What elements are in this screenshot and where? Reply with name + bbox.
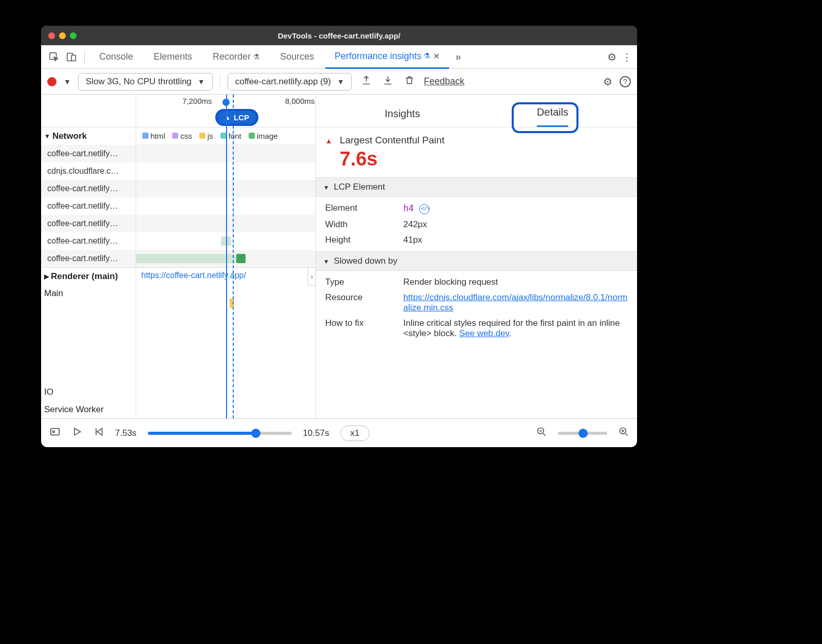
- renderer-io-row[interactable]: IO: [41, 383, 136, 401]
- resource-link[interactable]: https://cdnjs.cloudflare.com/ajax/libs/n…: [403, 292, 628, 312]
- height-value: 41px: [403, 235, 628, 245]
- timeline-column[interactable]: 7,200ms 8,000ms ▲ LCP html css js font i…: [136, 95, 316, 418]
- tracks-label-column: ▼ Network coffee-cart.netlify… cdnjs.clo…: [41, 95, 136, 418]
- tab-performance-insights[interactable]: Performance insights ⚗ ✕: [325, 45, 449, 69]
- lcp-title: Largest Contentful Paint: [340, 135, 444, 145]
- chevron-down-icon: ▼: [44, 133, 50, 140]
- inspect-element-icon[interactable]: [46, 49, 62, 65]
- throttling-select[interactable]: Slow 3G, No CPU throttling▼: [78, 73, 213, 90]
- element-value[interactable]: h4: [403, 203, 628, 214]
- network-row[interactable]: cdnjs.cloudflare.c…: [41, 162, 136, 180]
- type-value: Render blocking request: [403, 277, 628, 287]
- delete-icon[interactable]: [402, 75, 417, 88]
- lcp-dashed-line: [233, 95, 234, 418]
- lcp-time-marker-line: [226, 95, 227, 418]
- slowed-down-table: Type Render blocking request Resource ht…: [316, 271, 637, 345]
- type-label: Type: [325, 277, 397, 287]
- insights-details-tabs: Insights Details: [316, 95, 637, 127]
- help-icon[interactable]: ?: [620, 76, 631, 87]
- more-tabs-icon[interactable]: »: [455, 51, 461, 63]
- tab-recorder[interactable]: Recorder⚗: [203, 45, 269, 69]
- height-label: Height: [325, 235, 397, 245]
- lcp-summary: ▲ Largest Contentful Paint 7.6s: [316, 127, 637, 177]
- panel-settings-icon[interactable]: ⚙: [603, 76, 612, 88]
- zoom-slider[interactable]: [558, 432, 607, 435]
- screenshot-toggle-icon[interactable]: [49, 426, 61, 440]
- tab-elements[interactable]: Elements: [144, 45, 201, 69]
- time-start: 7.53s: [115, 428, 137, 438]
- upload-icon[interactable]: [359, 75, 373, 88]
- tab-console[interactable]: Console: [90, 45, 142, 69]
- flask-icon: ⚗: [423, 51, 430, 61]
- playback-slider[interactable]: [148, 432, 292, 435]
- record-button[interactable]: [47, 77, 57, 86]
- time-tick: 8,000ms: [285, 97, 315, 105]
- svg-point-4: [52, 431, 54, 433]
- expand-panel-handle[interactable]: ›: [308, 267, 316, 286]
- width-value: 242px: [403, 219, 628, 230]
- devtools-tabs: Console Elements Recorder⚗ Sources Perfo…: [41, 45, 637, 69]
- window-title: DevTools - coffee-cart.netlify.app/: [41, 31, 637, 40]
- renderer-section-header[interactable]: ▶ Renderer (main): [41, 267, 136, 285]
- close-tab-icon[interactable]: ✕: [433, 51, 440, 61]
- lcp-element-header[interactable]: ▼ LCP Element: [316, 177, 637, 197]
- zoom-in-icon[interactable]: [619, 427, 629, 439]
- lcp-element-table: Element h4 Width 242px Height 41px: [316, 197, 637, 251]
- chevron-right-icon: ▶: [44, 273, 49, 280]
- titlebar: DevTools - coffee-cart.netlify.app/: [41, 26, 637, 45]
- slowed-down-header[interactable]: ▼ Slowed down by: [316, 251, 637, 271]
- tab-details[interactable]: Details: [537, 106, 568, 127]
- settings-gear-icon[interactable]: ⚙: [607, 51, 616, 63]
- howto-label: How to fix: [325, 318, 397, 339]
- renderer-main-row[interactable]: Main: [41, 285, 136, 302]
- lcp-marker-badge[interactable]: ▲ LCP: [215, 109, 258, 126]
- details-panel: Insights Details ▲ Largest Contentful Pa…: [316, 95, 637, 418]
- network-row[interactable]: coffee-cart.netlify…: [41, 197, 136, 215]
- network-row[interactable]: coffee-cart.netlify…: [41, 180, 136, 197]
- warning-triangle-icon: ▲: [225, 114, 231, 121]
- playback-footer: 7.53s 10.57s x1: [41, 418, 637, 447]
- record-dropdown-icon[interactable]: ▼: [64, 78, 71, 86]
- howto-value: Inline critical styles required for the …: [403, 318, 628, 339]
- kebab-menu-icon[interactable]: ⋮: [622, 51, 632, 63]
- download-icon[interactable]: [381, 75, 395, 88]
- flask-icon: ⚗: [253, 52, 259, 62]
- play-icon[interactable]: [72, 427, 82, 439]
- network-request-list: coffee-cart.netlify… cdnjs.cloudflare.c……: [41, 145, 136, 267]
- width-label: Width: [325, 219, 397, 230]
- network-row[interactable]: coffee-cart.netlify…: [41, 215, 136, 232]
- renderer-url-link[interactable]: https://coffee-cart.netlify.app/: [141, 271, 246, 280]
- playback-speed[interactable]: x1: [341, 426, 369, 441]
- network-row[interactable]: coffee-cart.netlify…: [41, 250, 136, 267]
- request-bar[interactable]: [136, 254, 236, 263]
- renderer-sw-row[interactable]: Service Worker: [41, 401, 136, 418]
- resource-label: Resource: [325, 292, 397, 313]
- network-row[interactable]: coffee-cart.netlify…: [41, 145, 136, 162]
- inspect-node-icon[interactable]: [419, 204, 429, 214]
- perf-toolbar: ▼ Slow 3G, No CPU throttling▼ coffee-car…: [41, 69, 637, 95]
- devtools-window: DevTools - coffee-cart.netlify.app/ Cons…: [41, 26, 637, 447]
- warning-triangle-icon: ▲: [325, 137, 332, 145]
- element-label: Element: [325, 203, 397, 214]
- network-row[interactable]: coffee-cart.netlify…: [41, 232, 136, 250]
- svg-rect-2: [71, 55, 76, 61]
- tab-insights[interactable]: Insights: [385, 108, 420, 127]
- feedback-link[interactable]: Feedback: [424, 76, 464, 87]
- zoom-out-icon[interactable]: [536, 427, 547, 439]
- network-section-header[interactable]: ▼ Network: [41, 127, 136, 145]
- webdev-link[interactable]: See web.dev: [459, 328, 509, 338]
- lcp-value: 7.6s: [340, 148, 628, 170]
- time-tick: 7,200ms: [182, 97, 212, 105]
- time-end: 10.57s: [303, 428, 329, 438]
- main-content: ▼ Network coffee-cart.netlify… cdnjs.clo…: [41, 95, 637, 418]
- skip-back-icon[interactable]: [94, 427, 104, 439]
- tab-sources[interactable]: Sources: [271, 45, 323, 69]
- request-bar[interactable]: [236, 254, 246, 263]
- recording-select[interactable]: coffee-cart.netlify.app (9)▼: [228, 73, 352, 90]
- device-mode-icon[interactable]: [64, 49, 79, 65]
